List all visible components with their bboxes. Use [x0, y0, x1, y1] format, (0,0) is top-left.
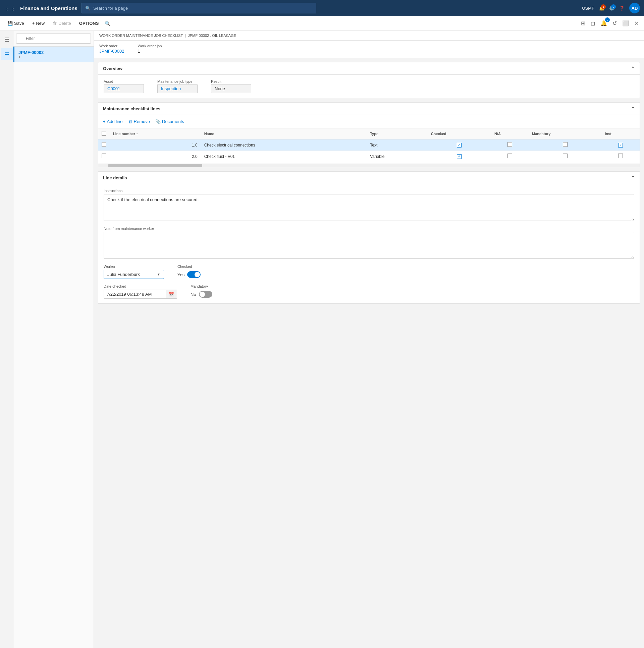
th-mandatory: Mandatory	[529, 128, 601, 140]
sidebar-menu-icon[interactable]: ☰	[1, 34, 13, 46]
notes-textarea[interactable]	[104, 232, 634, 259]
toolbar-badge-icon[interactable]: 🔔 0	[599, 19, 608, 28]
notes-field: Note from maintenance worker	[104, 227, 634, 260]
horizontal-scrollbar[interactable]	[98, 164, 640, 167]
row-instructions	[601, 140, 640, 151]
notification-count: 1	[601, 4, 606, 9]
row-checkbox[interactable]	[102, 142, 106, 147]
record-item[interactable]: JPMF-00002 1	[13, 47, 94, 62]
add-line-button[interactable]: + Add line	[103, 118, 123, 125]
row-checked-cb[interactable]	[457, 154, 461, 159]
worker-select[interactable]: Julia Funderburk ▼	[104, 270, 164, 279]
toolbar-refresh-icon[interactable]: ↺	[611, 19, 618, 28]
table-header-row: Line number ↑ Name Type Che	[98, 128, 640, 140]
help-icon[interactable]: ❓	[619, 6, 625, 11]
work-order-label: Work order	[99, 44, 124, 48]
mandatory-toggle[interactable]	[199, 291, 212, 298]
action-bar: 💾 Save + New 🗑 Delete OPTIONS 🔍 ⊞ ◻ 🔔 0 …	[0, 16, 644, 31]
toolbar-view-icon[interactable]: ◻	[589, 19, 596, 28]
delete-button[interactable]: 🗑 Delete	[49, 19, 75, 28]
settings-icon[interactable]: ⚙️ 0	[609, 6, 614, 11]
row-mandatory	[529, 151, 601, 162]
result-field: Result None	[211, 79, 251, 93]
worker-col: Worker Julia Funderburk ▼	[104, 265, 164, 279]
table-row[interactable]: 1.0 Check electrical connections Text	[98, 140, 640, 151]
sidebar-filter-icon[interactable]: ☰	[1, 48, 13, 60]
checklist-section-header: Maintenance checklist lines ⌃	[98, 103, 640, 115]
row-instructions-cb[interactable]	[618, 143, 623, 148]
remove-button[interactable]: 🗑 Remove	[128, 118, 150, 125]
worker-label: Worker	[104, 265, 164, 269]
asset-value[interactable]: C0001	[104, 84, 144, 93]
row-checkbox[interactable]	[102, 154, 106, 158]
work-order-job-group: Work order job 1	[138, 44, 162, 54]
checklist-title: Maintenance checklist lines	[103, 106, 160, 111]
row-mandatory	[529, 140, 601, 151]
row-mandatory-cb[interactable]	[563, 142, 567, 147]
record-id: JPMF-00002	[18, 50, 90, 55]
sort-icon[interactable]: ↑	[136, 132, 138, 136]
toolbar-fullscreen-icon[interactable]: ⬜	[621, 19, 630, 28]
overview-collapse-icon[interactable]: ⌃	[631, 66, 635, 71]
row-line-number: 1.0	[110, 140, 201, 151]
options-button[interactable]: OPTIONS	[76, 19, 102, 28]
calendar-icon[interactable]: 📅	[166, 290, 177, 299]
remove-icon: 🗑	[128, 119, 133, 124]
delete-icon: 🗑	[53, 21, 57, 26]
toolbar-search-icon[interactable]: 🔍	[105, 21, 110, 26]
user-avatar[interactable]: AD	[629, 3, 640, 13]
mandatory-toggle-knob	[200, 292, 205, 297]
checked-col: Checked Yes	[178, 265, 201, 278]
row-checked	[428, 151, 491, 162]
filter-input[interactable]	[16, 34, 91, 44]
new-button[interactable]: + New	[29, 19, 48, 28]
record-sub: 1	[18, 55, 90, 59]
row-checked-cb[interactable]	[457, 143, 461, 148]
work-order-group: Work order JPMF-00002	[99, 44, 124, 54]
line-details-section: Line details ⌃ Instructions Note from ma…	[98, 171, 640, 304]
row-na-cb[interactable]	[507, 142, 512, 147]
line-details-collapse-icon[interactable]: ⌃	[631, 175, 635, 180]
scroll-thumb[interactable]	[108, 164, 202, 167]
breadcrumb-part2: JPMF-00002 : OIL LEAKAGE	[188, 34, 236, 38]
row-type: Variable	[366, 151, 427, 162]
search-placeholder: Search for a page	[93, 6, 128, 11]
checklist-collapse-icon[interactable]: ⌃	[631, 106, 635, 111]
table-scroll-wrap: Line number ↑ Name Type Che	[98, 128, 640, 167]
checklist-section: Maintenance checklist lines ⌃ + Add line…	[98, 102, 640, 167]
save-button[interactable]: 💾 Save	[4, 19, 28, 28]
line-details-header: Line details ⌃	[98, 172, 640, 184]
job-type-value[interactable]: Inspection	[157, 84, 198, 93]
table-row[interactable]: 2.0 Check fluid - V01 Variable	[98, 151, 640, 162]
row-name: Check electrical connections	[201, 140, 367, 151]
mandatory-label: Mandatory	[191, 284, 212, 288]
documents-button[interactable]: 📎 Documents	[155, 118, 184, 125]
row-na-cb[interactable]	[507, 154, 512, 158]
instructions-textarea[interactable]	[104, 194, 634, 221]
toolbar-share-icon[interactable]: ⊞	[580, 19, 587, 28]
toolbar-right-icons: ⊞ ◻ 🔔 0 ↺ ⬜ ✕	[580, 19, 640, 28]
header-checkbox[interactable]	[102, 131, 106, 136]
breadcrumb: WORK ORDER MAINTENANCE JOB CHECKLIST | J…	[94, 31, 644, 41]
overview-section-header: Overview ⌃	[98, 62, 640, 75]
checklist-table: Line number ↑ Name Type Che	[98, 128, 640, 162]
row-instructions-cb[interactable]	[618, 154, 623, 158]
filter-bar: 🔍	[13, 31, 94, 47]
app-title: Finance and Operations	[20, 5, 78, 11]
th-type: Type	[366, 128, 427, 140]
grid-icon[interactable]: ⋮⋮	[4, 4, 16, 12]
date-field: 📅	[104, 290, 177, 299]
asset-field: Asset C0001	[104, 79, 144, 93]
search-bar[interactable]: 🔍 Search for a page	[82, 3, 316, 13]
result-value: None	[211, 84, 251, 93]
line-details-title: Line details	[103, 175, 127, 180]
date-input[interactable]	[104, 290, 166, 299]
work-order-value[interactable]: JPMF-00002	[99, 49, 124, 54]
row-mandatory-cb[interactable]	[563, 154, 567, 158]
documents-icon: 📎	[155, 119, 161, 124]
checked-toggle[interactable]	[187, 271, 201, 278]
notifications-icon[interactable]: 🔔 1	[599, 6, 604, 11]
work-order-fields: Work order JPMF-00002 Work order job 1	[94, 41, 644, 58]
toolbar-close-icon[interactable]: ✕	[633, 19, 640, 28]
date-col: Date checked 📅	[104, 284, 177, 299]
